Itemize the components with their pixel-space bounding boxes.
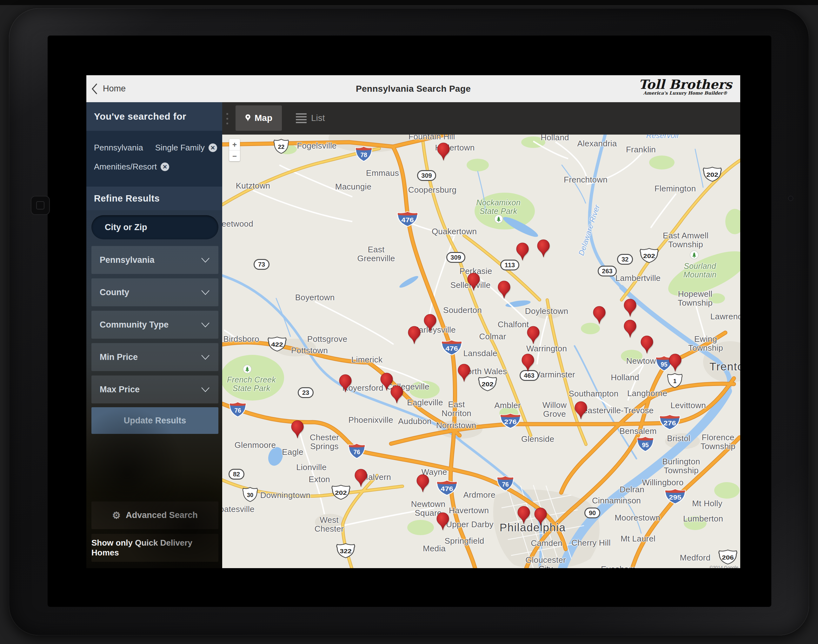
chevron-down-icon bbox=[201, 352, 210, 362]
zoom-in-button[interactable]: + bbox=[229, 139, 240, 150]
tab-map[interactable]: Map bbox=[236, 105, 282, 131]
refine-results-heading: Refine Results bbox=[86, 187, 222, 210]
logo-name: Toll Brothers bbox=[638, 78, 732, 91]
toll-brothers-logo: Toll Brothers America's Luxury Home Buil… bbox=[638, 78, 732, 95]
map-pin[interactable] bbox=[497, 281, 511, 301]
map-pin[interactable] bbox=[534, 508, 548, 528]
map-pin[interactable] bbox=[623, 299, 637, 319]
map-pin[interactable] bbox=[416, 474, 430, 495]
quick-delivery-button[interactable]: Show only Quick Delivery Homes bbox=[91, 534, 218, 562]
dropdown-county[interactable]: County bbox=[91, 278, 218, 306]
filter-chip-single-family: Single Family ✕ bbox=[155, 143, 217, 153]
map-pin[interactable] bbox=[436, 512, 450, 533]
map-pin[interactable] bbox=[516, 242, 529, 263]
map-pin[interactable] bbox=[574, 401, 588, 422]
map-pin[interactable] bbox=[526, 326, 540, 346]
chevron-down-icon bbox=[201, 385, 210, 394]
filter-chip-amenities-resort: Amenities/Resort ✕ bbox=[94, 162, 169, 172]
remove-filter-icon[interactable]: ✕ bbox=[209, 143, 217, 152]
map-pin-icon bbox=[245, 114, 251, 122]
map-pin[interactable] bbox=[517, 506, 531, 526]
map-pin[interactable] bbox=[354, 469, 368, 489]
dropdown-state[interactable]: Pennsylvania bbox=[91, 246, 218, 274]
remove-filter-icon[interactable]: ✕ bbox=[161, 163, 169, 171]
map-zoom-control: + − bbox=[229, 139, 240, 161]
map-pin[interactable] bbox=[338, 374, 352, 394]
tablet-frame: Home Pennsylvania Search Page Toll Broth… bbox=[9, 8, 809, 635]
dropdown-community-type[interactable]: Community Type bbox=[91, 311, 218, 339]
update-results-button[interactable]: Update Results bbox=[91, 407, 218, 434]
map-pin[interactable] bbox=[640, 336, 654, 356]
map-pin[interactable] bbox=[423, 314, 437, 334]
map-pin[interactable] bbox=[536, 239, 550, 260]
screenshot-stage: Home Pennsylvania Search Page Toll Broth… bbox=[0, 0, 818, 644]
filter-chip-pennsylvania: Pennsylvania bbox=[94, 143, 143, 153]
map-pin[interactable] bbox=[668, 354, 682, 374]
map-pin[interactable] bbox=[623, 320, 637, 340]
logo-tagline: America's Luxury Home Builder® bbox=[638, 90, 732, 95]
gear-icon: ⚙ bbox=[112, 510, 121, 521]
app-window: Home Pennsylvania Search Page Toll Broth… bbox=[86, 75, 740, 568]
view-tab-bar: Map List bbox=[222, 102, 740, 135]
filter-sidebar: You've searched for Pennsylvania Single … bbox=[86, 102, 222, 568]
home-button-icon bbox=[36, 201, 45, 210]
map-pin[interactable] bbox=[592, 306, 606, 326]
background-strip bbox=[0, 0, 818, 5]
map-pin[interactable] bbox=[407, 326, 421, 346]
chevron-down-icon bbox=[201, 320, 210, 330]
active-filters-panel: Pennsylvania Single Family ✕ Amenities/R… bbox=[86, 131, 222, 187]
map-pin[interactable] bbox=[457, 364, 471, 384]
search-input[interactable] bbox=[104, 222, 220, 233]
searched-for-heading: You've searched for bbox=[86, 102, 222, 131]
map-attribution: ©2014 Google bbox=[710, 565, 739, 568]
map-pin[interactable] bbox=[436, 143, 450, 163]
tab-list[interactable]: List bbox=[292, 105, 330, 131]
advanced-search-button[interactable]: ⚙ Advanced Search bbox=[91, 501, 218, 529]
map-base-graphics bbox=[222, 135, 740, 568]
chevron-down-icon bbox=[201, 255, 210, 265]
list-icon bbox=[296, 113, 307, 123]
dropdown-max-price[interactable]: Max Price bbox=[91, 376, 218, 403]
tablet-screen: Home Pennsylvania Search Page Toll Broth… bbox=[48, 35, 771, 607]
map-pin[interactable] bbox=[390, 385, 404, 406]
zoom-out-button[interactable]: − bbox=[229, 150, 240, 161]
dropdown-min-price[interactable]: Min Price bbox=[91, 343, 218, 371]
map-pin[interactable] bbox=[290, 420, 304, 440]
drag-handle-icon[interactable] bbox=[226, 113, 228, 124]
chevron-down-icon bbox=[201, 288, 210, 297]
map-pin[interactable] bbox=[521, 354, 535, 374]
home-button[interactable] bbox=[31, 196, 50, 215]
app-header: Home Pennsylvania Search Page Toll Broth… bbox=[86, 75, 740, 103]
city-zip-search bbox=[91, 215, 218, 239]
front-camera bbox=[788, 196, 793, 201]
map-canvas[interactable]: FogelsvilleEmmausKutztownMacungieFleetwo… bbox=[222, 135, 740, 568]
map-pin[interactable] bbox=[467, 273, 480, 293]
